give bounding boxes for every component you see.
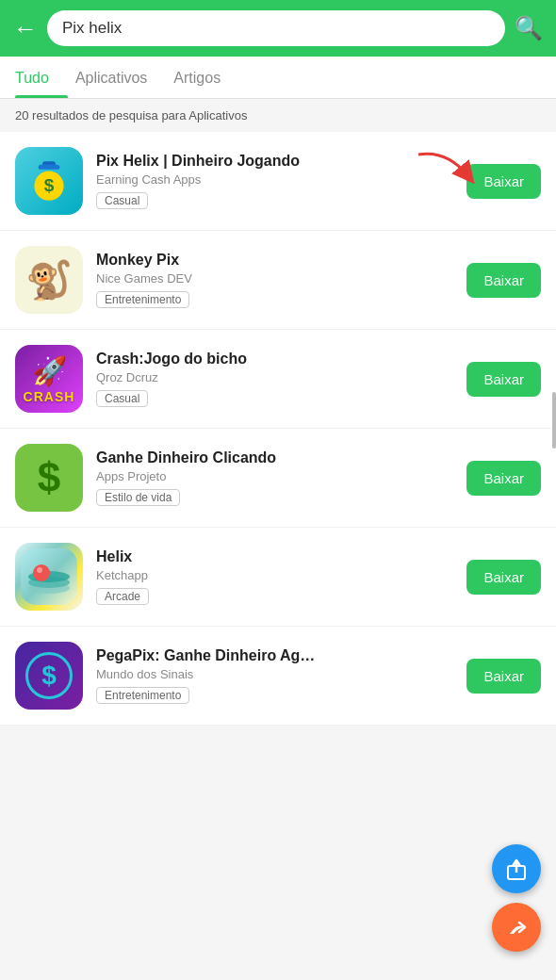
baixar-button-helix[interactable]: Baixar xyxy=(466,560,541,595)
app-dev: Ketchapp xyxy=(96,568,457,582)
app-dev: Earning Cash Apps xyxy=(96,172,457,187)
app-tag: Arcade xyxy=(96,588,149,605)
dollar-circle-icon: $ xyxy=(25,652,73,699)
crash-label: CRASH xyxy=(24,389,75,404)
app-icon-crash: 🚀 CRASH xyxy=(15,345,83,413)
tab-aplicativos[interactable]: Aplicativos xyxy=(75,57,166,98)
scroll-handle xyxy=(552,392,556,449)
baixar-button-monkey-pix[interactable]: Baixar xyxy=(466,263,541,298)
baixar-button-pix-helix[interactable]: Baixar xyxy=(466,164,541,199)
tab-artigos[interactable]: Artigos xyxy=(173,57,239,98)
header: ← Pix helix 🔍 xyxy=(0,0,556,57)
svg-point-10 xyxy=(37,567,42,573)
app-dev: Qroz Dcruz xyxy=(96,370,457,384)
app-name: Pix Helix | Dinheiro Jogando xyxy=(96,153,457,170)
svg-point-9 xyxy=(33,564,50,581)
app-info-pegapix: PegaPix: Ganhe Dinheiro Ag… Mundo dos Si… xyxy=(96,647,457,704)
list-item: $ PegaPix: Ganhe Dinheiro Ag… Mundo dos … xyxy=(0,627,556,726)
share-fab-button[interactable] xyxy=(492,844,541,893)
app-dev: Nice Games DEV xyxy=(96,271,457,286)
svg-rect-1 xyxy=(39,165,60,170)
app-icon-ganhe: $ xyxy=(15,444,83,512)
app-icon-helix xyxy=(15,543,83,611)
app-list: $ Pix Helix | Dinheiro Jogando Earning C… xyxy=(0,132,556,726)
baixar-button-ganhe[interactable]: Baixar xyxy=(466,461,541,496)
app-tag: Entretenimento xyxy=(96,291,189,308)
list-item: $ Ganhe Dinheiro Clicando Apps Projeto E… xyxy=(0,429,556,528)
app-tag: Estilo de vida xyxy=(96,489,180,506)
app-info-crash: Crash:Jogo do bicho Qroz Dcruz Casual xyxy=(96,351,457,407)
app-dev: Mundo dos Sinais xyxy=(96,667,457,681)
app-info-pix-helix: Pix Helix | Dinheiro Jogando Earning Cas… xyxy=(96,153,457,209)
list-item: Helix Ketchapp Arcade Baixar xyxy=(0,528,556,627)
app-name: Helix xyxy=(96,548,457,565)
app-info-ganhe: Ganhe Dinheiro Clicando Apps Projeto Est… xyxy=(96,449,457,506)
app-info-helix: Helix Ketchapp Arcade xyxy=(96,548,457,605)
app-name: Crash:Jogo do bicho xyxy=(96,351,457,368)
app-tag: Entretenimento xyxy=(96,687,189,704)
app-dev: Apps Projeto xyxy=(96,469,457,483)
app-icon-pix-helix: $ xyxy=(15,147,83,215)
app-info-monkey-pix: Monkey Pix Nice Games DEV Entretenimento xyxy=(96,252,457,308)
tabs-bar: Tudo Aplicativos Artigos xyxy=(0,57,556,99)
forward-fab-button[interactable] xyxy=(492,903,541,952)
list-item: $ Pix Helix | Dinheiro Jogando Earning C… xyxy=(0,132,556,231)
app-name: Ganhe Dinheiro Clicando xyxy=(96,449,457,466)
app-tag: Casual xyxy=(96,192,148,209)
list-item: 🐒 Monkey Pix Nice Games DEV Entretenimen… xyxy=(0,231,556,330)
app-icon-monkey-pix: 🐒 xyxy=(15,246,83,314)
baixar-button-crash[interactable]: Baixar xyxy=(466,362,541,397)
app-name: PegaPix: Ganhe Dinheiro Ag… xyxy=(96,647,457,664)
list-item: 🚀 CRASH Crash:Jogo do bicho Qroz Dcruz C… xyxy=(0,330,556,429)
rocket-icon: 🚀 xyxy=(32,354,67,387)
app-tag: Casual xyxy=(96,390,148,407)
tab-tudo[interactable]: Tudo xyxy=(15,57,68,98)
baixar-button-pegapix[interactable]: Baixar xyxy=(466,659,541,694)
app-icon-pegapix: $ xyxy=(15,642,83,710)
svg-text:$: $ xyxy=(44,175,55,195)
search-bar[interactable]: Pix helix xyxy=(47,10,505,46)
app-name: Monkey Pix xyxy=(96,252,457,269)
search-icon[interactable]: 🔍 xyxy=(515,15,543,41)
search-input-value: Pix helix xyxy=(62,19,122,38)
results-count: 20 resultados de pesquisa para Aplicativ… xyxy=(0,99,556,132)
back-button[interactable]: ← xyxy=(13,16,38,41)
floating-buttons xyxy=(492,844,541,952)
